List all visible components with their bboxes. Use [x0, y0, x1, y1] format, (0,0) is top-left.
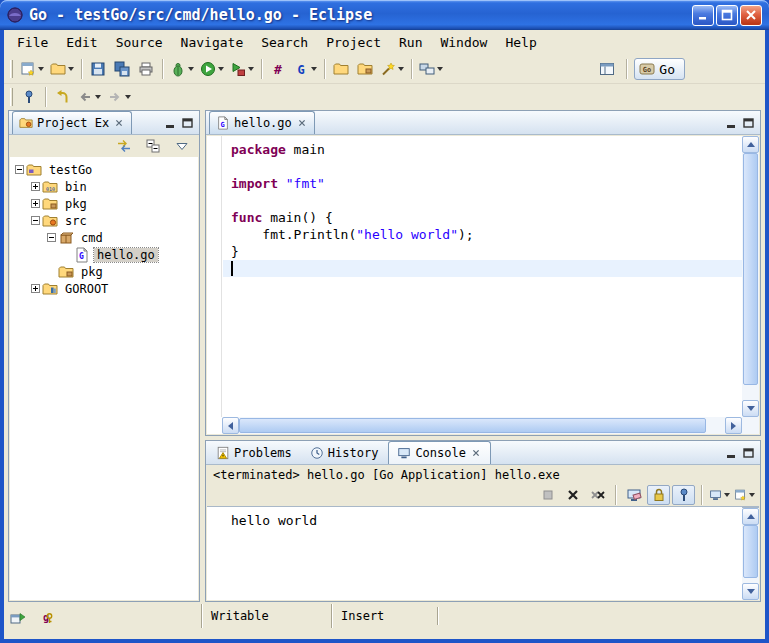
menu-file[interactable]: File	[8, 32, 57, 53]
tree-item-pkg2[interactable]: pkg	[10, 263, 198, 280]
scroll-left-button[interactable]	[222, 417, 239, 434]
toolbar-separator	[701, 485, 702, 505]
editor-vertical-scrollbar[interactable]	[742, 136, 759, 417]
collapse-expander-icon[interactable]	[14, 165, 24, 174]
console-vertical-scrollbar[interactable]	[742, 507, 759, 600]
project-explorer-tab[interactable]: Project Ex	[12, 111, 132, 134]
menu-window[interactable]: Window	[431, 32, 496, 53]
console-status-line: <terminated> hello.go [Go Application] h…	[206, 466, 760, 484]
minimize-button[interactable]	[692, 5, 714, 26]
print-button[interactable]	[134, 57, 158, 81]
close-tab-icon[interactable]	[470, 447, 482, 459]
menu-project[interactable]: Project	[317, 32, 390, 53]
new-project-button[interactable]	[47, 57, 77, 81]
close-button[interactable]	[740, 5, 762, 26]
maximize-view-icon[interactable]	[743, 448, 755, 459]
tab-problems[interactable]: Problems	[208, 442, 300, 464]
tree-item-pkg[interactable]: pkg	[10, 195, 198, 212]
toolbar-grip[interactable]	[10, 88, 13, 106]
scroll-thumb[interactable]	[743, 525, 758, 578]
open-console-button[interactable]	[733, 485, 756, 505]
expand-expander-icon[interactable]	[30, 199, 40, 208]
annotation-ruler[interactable]	[207, 136, 222, 417]
menu-source[interactable]: Source	[107, 32, 172, 53]
save-button[interactable]	[86, 57, 110, 81]
scroll-track[interactable]	[742, 525, 759, 583]
close-tab-icon[interactable]	[296, 117, 308, 129]
pin-console-button[interactable]	[672, 485, 695, 505]
remove-launch-button[interactable]	[561, 485, 584, 505]
tree-item-hello-go[interactable]: hello.go	[10, 246, 198, 263]
go-fast-view-icon[interactable]	[38, 610, 54, 626]
tree-item-goroot[interactable]: GOROOT	[10, 280, 198, 297]
go-perspective-button[interactable]: Go	[634, 58, 685, 80]
minimize-view-icon[interactable]	[726, 448, 738, 459]
menu-help[interactable]: Help	[496, 32, 545, 53]
minimize-view-icon[interactable]	[165, 118, 177, 129]
open-perspective-button[interactable]	[595, 57, 619, 81]
view-controls	[165, 118, 199, 134]
maximize-view-icon[interactable]	[743, 118, 755, 129]
terminate-button[interactable]	[536, 485, 559, 505]
close-view-icon[interactable]	[113, 117, 125, 129]
scroll-track[interactable]	[742, 153, 759, 400]
dropdown-arrow-icon	[218, 67, 224, 71]
expand-expander-icon[interactable]	[30, 284, 40, 293]
scroll-up-button[interactable]	[742, 508, 759, 525]
editor-horizontal-scrollbar[interactable]	[222, 417, 742, 434]
collapse-all-button[interactable]	[141, 136, 165, 156]
maximize-view-icon[interactable]	[182, 118, 194, 129]
scroll-thumb[interactable]	[239, 418, 706, 433]
run-button[interactable]	[197, 57, 227, 81]
scroll-thumb[interactable]	[743, 153, 758, 385]
scroll-down-button[interactable]	[742, 583, 759, 600]
scroll-right-button[interactable]	[725, 417, 742, 434]
display-console-button[interactable]	[708, 485, 731, 505]
tree-item-cmd[interactable]: cmd	[10, 229, 198, 246]
tab-history[interactable]: History	[302, 442, 387, 464]
scroll-up-button[interactable]	[742, 136, 759, 153]
toolbar-grip[interactable]	[10, 60, 13, 78]
editor-tab-hello-go[interactable]: hello.go	[209, 111, 315, 134]
clear-console-button[interactable]	[622, 485, 645, 505]
link-with-editor-button[interactable]	[112, 136, 136, 156]
debug-button[interactable]	[167, 57, 197, 81]
fast-view-icon[interactable]	[10, 610, 26, 626]
pin-editor-button[interactable]	[17, 85, 41, 109]
collapse-expander-icon[interactable]	[30, 216, 40, 225]
forward-button[interactable]	[104, 85, 134, 109]
menu-edit[interactable]: Edit	[57, 32, 106, 53]
view-menu-button[interactable]	[170, 136, 194, 156]
tree-item-testgo[interactable]: testGo	[10, 161, 198, 178]
menu-run[interactable]: Run	[390, 32, 431, 53]
back-button[interactable]	[74, 85, 104, 109]
scroll-track[interactable]	[239, 417, 725, 434]
scroll-lock-button[interactable]	[647, 485, 670, 505]
open-type-button[interactable]	[353, 57, 377, 81]
last-edit-location-button[interactable]	[50, 85, 74, 109]
code-area[interactable]: package main import "fmt" func main() { …	[223, 136, 742, 417]
maximize-button[interactable]	[716, 5, 738, 26]
collapse-expander-icon[interactable]	[46, 233, 56, 242]
go-tools-button[interactable]	[290, 57, 320, 81]
team-sync-button[interactable]	[416, 57, 446, 81]
minimize-view-icon[interactable]	[726, 118, 738, 129]
remove-all-launches-button[interactable]	[586, 485, 609, 505]
scroll-down-button[interactable]	[742, 400, 759, 417]
menu-navigate[interactable]: Navigate	[172, 32, 253, 53]
menu-search[interactable]: Search	[252, 32, 317, 53]
code-line: func main() {	[231, 209, 742, 226]
go-build-button[interactable]	[266, 57, 290, 81]
new-wizard-button[interactable]	[17, 57, 47, 81]
search-button[interactable]	[377, 57, 407, 81]
tab-console[interactable]: Console	[388, 441, 491, 464]
expand-expander-icon[interactable]	[30, 182, 40, 191]
open-resource-button[interactable]	[329, 57, 353, 81]
tree-item-src[interactable]: src	[10, 212, 198, 229]
save-all-button[interactable]	[110, 57, 134, 81]
project-tree[interactable]: testGo bin pkg src cmd	[10, 157, 198, 600]
tree-item-bin[interactable]: bin	[10, 178, 198, 195]
dropdown-arrow-icon	[311, 67, 317, 71]
console-output[interactable]: hello world	[207, 506, 759, 600]
run-external-tools-button[interactable]	[227, 57, 257, 81]
